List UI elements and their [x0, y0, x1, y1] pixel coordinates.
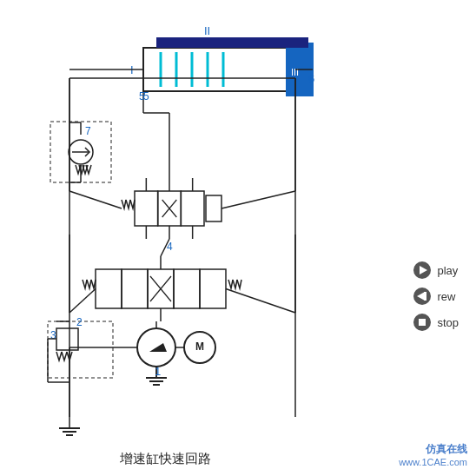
- rew-button[interactable]: rew: [413, 287, 459, 306]
- controls-panel: play rew stop: [413, 261, 459, 332]
- watermark: 仿真在线 www.1CAE.com: [399, 442, 467, 467]
- diagram-title: 增速缸快速回路: [120, 451, 211, 466]
- stop-label: stop: [437, 316, 459, 329]
- rew-label: rew: [437, 290, 455, 303]
- play-label: play: [437, 264, 458, 277]
- svg-rect-6: [419, 319, 426, 326]
- svg-rect-4: [424, 292, 426, 301]
- play-button[interactable]: play: [413, 261, 459, 280]
- watermark-line2: www.1CAE.com: [399, 457, 467, 467]
- stop-button[interactable]: stop: [413, 313, 459, 332]
- watermark-line1: 仿真在线: [399, 442, 467, 457]
- footer: 增速缸快速回路: [0, 451, 330, 467]
